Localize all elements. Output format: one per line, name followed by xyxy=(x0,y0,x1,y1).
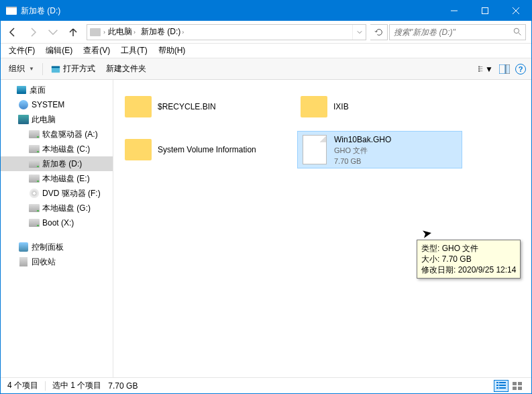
svg-rect-20 xyxy=(496,387,498,389)
forward-button[interactable] xyxy=(23,23,42,41)
file-list[interactable]: $RECYCLE.BIN IXIB System Volume Informat… xyxy=(113,80,531,377)
svg-rect-25 xyxy=(518,387,522,390)
tree-floppy-a[interactable]: 软盘驱动器 (A:) xyxy=(1,127,113,142)
menu-tools[interactable]: 工具(T) xyxy=(117,44,151,58)
menu-help[interactable]: 帮助(H) xyxy=(154,44,190,58)
folder-recyclebin[interactable]: $RECYCLE.BIN xyxy=(121,88,286,126)
organize-button[interactable]: 组织▼ xyxy=(6,62,37,76)
menu-bar: 文件(F) 编辑(E) 查看(V) 工具(T) 帮助(H) xyxy=(1,44,531,58)
up-button[interactable] xyxy=(64,23,83,41)
status-selection: 选中 1 个项目 xyxy=(52,380,101,391)
separator xyxy=(42,63,43,75)
svg-rect-14 xyxy=(499,64,505,74)
status-bar: 4 个项目 选中 1 个项目 7.70 GB xyxy=(1,377,531,393)
search-box[interactable] xyxy=(389,24,526,40)
toolbar: 组织▼ 打开方式 新建文件夹 ▼ ? xyxy=(1,58,531,80)
svg-rect-8 xyxy=(478,66,480,67)
status-count: 4 个项目 xyxy=(7,380,38,391)
close-button[interactable] xyxy=(500,1,531,21)
tree-disk-e[interactable]: 本地磁盘 (E:) xyxy=(1,171,113,186)
recent-dropdown[interactable] xyxy=(44,23,62,41)
tree-control-panel[interactable]: 控制面板 xyxy=(1,240,113,254)
svg-rect-1 xyxy=(482,8,488,14)
drive-icon xyxy=(90,28,101,36)
menu-file[interactable]: 文件(F) xyxy=(5,44,39,58)
window-title: 新加卷 (D:) xyxy=(21,5,439,17)
tree-system[interactable]: SYSTEM xyxy=(1,97,113,112)
tree-recycle-bin[interactable]: 回收站 xyxy=(1,254,113,269)
file-name: System Volume Information xyxy=(158,145,256,154)
menu-view[interactable]: 查看(V) xyxy=(79,44,114,58)
file-name: $RECYCLE.BIN xyxy=(158,102,216,111)
status-size: 7.70 GB xyxy=(108,381,138,391)
folder-svi[interactable]: System Volume Information xyxy=(121,131,286,168)
details-view-button[interactable] xyxy=(494,380,509,392)
file-name: IXIB xyxy=(333,102,349,111)
large-icons-view-button[interactable] xyxy=(510,380,525,392)
title-bar: 新加卷 (D:) xyxy=(1,1,531,21)
separator xyxy=(45,381,46,391)
tooltip: 类型: GHO 文件 大小: 7.70 GB 修改日期: 2020/9/25 1… xyxy=(417,240,521,279)
svg-rect-21 xyxy=(499,387,506,389)
tree-this-pc[interactable]: 此电脑 xyxy=(1,112,113,127)
tree-desktop[interactable]: 桌面 xyxy=(1,83,113,97)
menu-edit[interactable]: 编辑(E) xyxy=(42,44,76,58)
tree-disk-g[interactable]: 本地磁盘 (G:) xyxy=(1,201,113,215)
svg-rect-15 xyxy=(506,64,510,74)
file-size: 7.70 GB xyxy=(334,157,391,165)
search-icon[interactable] xyxy=(509,28,525,36)
file-icon xyxy=(303,135,327,164)
file-type: GHO 文件 xyxy=(334,146,391,156)
svg-rect-7 xyxy=(52,66,60,68)
nav-tree: 桌面 SYSTEM 此电脑 软盘驱动器 (A:) 本地磁盘 (C:) 新加卷 (… xyxy=(1,80,113,377)
open-with-button[interactable]: 打开方式 xyxy=(48,62,98,76)
file-name: Win10Bak.GHO xyxy=(334,135,391,144)
svg-rect-24 xyxy=(513,387,517,390)
svg-rect-23 xyxy=(518,382,522,385)
new-folder-button[interactable]: 新建文件夹 xyxy=(103,62,149,76)
refresh-button[interactable] xyxy=(370,24,388,40)
address-dropdown[interactable] xyxy=(352,25,366,40)
svg-rect-19 xyxy=(499,385,506,386)
tree-dvd-f[interactable]: DVD 驱动器 (F:) xyxy=(1,186,113,201)
folder-icon xyxy=(301,96,327,117)
maximize-button[interactable] xyxy=(470,1,500,21)
svg-line-5 xyxy=(519,33,521,35)
folder-ixib[interactable]: IXIB xyxy=(297,88,462,126)
nav-bar: › 此电脑› 新加卷 (D:)› xyxy=(1,21,531,44)
svg-rect-10 xyxy=(478,68,480,69)
back-button[interactable] xyxy=(3,23,22,41)
folder-icon xyxy=(125,96,152,117)
svg-rect-18 xyxy=(496,385,498,386)
svg-rect-16 xyxy=(496,382,498,383)
breadcrumb-drive[interactable]: 新加卷 (D:)› xyxy=(138,25,187,40)
minimize-button[interactable] xyxy=(439,1,470,21)
svg-rect-17 xyxy=(499,382,506,383)
help-button[interactable]: ? xyxy=(515,64,526,75)
folder-icon xyxy=(125,139,152,160)
svg-point-4 xyxy=(514,28,519,33)
svg-rect-13 xyxy=(480,70,482,71)
view-options-button[interactable]: ▼ xyxy=(478,62,494,77)
tree-disk-c[interactable]: 本地磁盘 (C:) xyxy=(1,142,113,156)
tree-boot-x[interactable]: Boot (X:) xyxy=(1,215,113,230)
svg-rect-22 xyxy=(513,382,517,385)
breadcrumb-pc[interactable]: 此电脑› xyxy=(105,25,138,40)
search-input[interactable] xyxy=(390,28,509,37)
tooltip-type: 类型: GHO 文件 xyxy=(421,243,516,254)
address-bar[interactable]: › 此电脑› 新加卷 (D:)› xyxy=(87,24,366,40)
tooltip-size: 大小: 7.70 GB xyxy=(421,254,516,264)
svg-rect-12 xyxy=(478,70,480,71)
svg-rect-11 xyxy=(480,68,482,69)
drive-icon xyxy=(6,7,17,15)
file-win10bak-gho[interactable]: Win10Bak.GHO GHO 文件 7.70 GB xyxy=(297,131,462,168)
tree-disk-d[interactable]: 新加卷 (D:) xyxy=(1,156,113,171)
preview-pane-button[interactable] xyxy=(496,62,513,77)
svg-rect-9 xyxy=(480,66,482,67)
tooltip-date: 修改日期: 2020/9/25 12:14 xyxy=(421,264,516,275)
